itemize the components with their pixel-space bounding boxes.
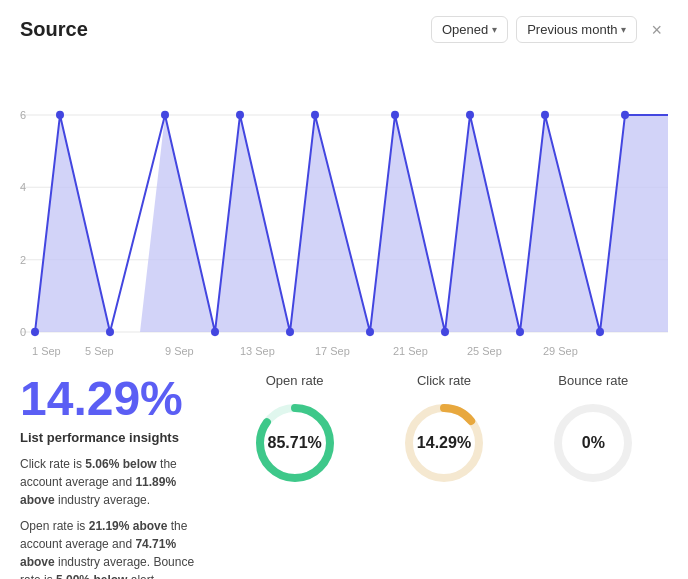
svg-text:0: 0 xyxy=(20,326,26,338)
svg-marker-8 xyxy=(35,115,110,332)
svg-point-28 xyxy=(516,328,524,336)
open-rate-title: Open rate xyxy=(266,373,324,388)
click-rate-block: Click rate 14.29% xyxy=(399,373,489,488)
svg-point-22 xyxy=(286,328,294,336)
bounce-rate-gauge: 0% xyxy=(548,398,638,488)
svg-point-24 xyxy=(366,328,374,336)
period-dropdown-chevron: ▾ xyxy=(621,24,626,35)
page-title: Source xyxy=(20,18,88,41)
svg-point-19 xyxy=(161,111,169,119)
header: Source Opened ▾ Previous month ▾ × xyxy=(20,16,668,43)
svg-marker-15 xyxy=(600,115,668,332)
bounce-rate-block: Bounce rate 0% xyxy=(548,373,638,488)
click-rate-value: 14.29% xyxy=(417,434,471,452)
svg-marker-13 xyxy=(445,115,520,332)
svg-point-27 xyxy=(466,111,474,119)
svg-point-20 xyxy=(211,328,219,336)
svg-marker-10 xyxy=(215,115,290,332)
period-dropdown[interactable]: Previous month ▾ xyxy=(516,16,637,43)
close-button[interactable]: × xyxy=(645,19,668,41)
opened-dropdown-chevron: ▾ xyxy=(492,24,497,35)
header-controls: Opened ▾ Previous month ▾ × xyxy=(431,16,668,43)
big-label: List performance insights xyxy=(20,430,200,445)
big-stat-block: 14.29% List performance insights Click r… xyxy=(20,373,220,579)
svg-text:5 Sep: 5 Sep xyxy=(85,345,114,357)
svg-text:4: 4 xyxy=(20,181,26,193)
svg-point-16 xyxy=(31,328,39,336)
svg-point-31 xyxy=(621,111,629,119)
svg-point-25 xyxy=(391,111,399,119)
svg-point-30 xyxy=(596,328,604,336)
insight-text-1: Click rate is 5.06% below the account av… xyxy=(20,455,200,509)
opened-dropdown[interactable]: Opened ▾ xyxy=(431,16,508,43)
stats-row: 14.29% List performance insights Click r… xyxy=(20,373,668,579)
svg-point-26 xyxy=(441,328,449,336)
svg-text:29 Sep: 29 Sep xyxy=(543,345,578,357)
svg-text:1 Sep: 1 Sep xyxy=(32,345,61,357)
svg-point-23 xyxy=(311,111,319,119)
gauge-stats: Open rate 85.71% Click rate xyxy=(220,373,668,488)
big-number: 14.29% xyxy=(20,373,200,426)
svg-text:2: 2 xyxy=(20,254,26,266)
chart-area: 0 2 4 6 xyxy=(20,53,668,363)
svg-point-21 xyxy=(236,111,244,119)
opened-dropdown-label: Opened xyxy=(442,22,488,37)
svg-text:13 Sep: 13 Sep xyxy=(240,345,275,357)
svg-text:9 Sep: 9 Sep xyxy=(165,345,194,357)
insight-text-2: Open rate is 21.19% above the account av… xyxy=(20,517,200,579)
svg-point-29 xyxy=(541,111,549,119)
period-dropdown-label: Previous month xyxy=(527,22,617,37)
svg-marker-9 xyxy=(110,115,215,332)
svg-text:17 Sep: 17 Sep xyxy=(315,345,350,357)
svg-text:21 Sep: 21 Sep xyxy=(393,345,428,357)
svg-point-17 xyxy=(56,111,64,119)
click-rate-gauge: 14.29% xyxy=(399,398,489,488)
line-chart: 0 2 4 6 xyxy=(20,53,668,363)
open-rate-gauge: 85.71% xyxy=(250,398,340,488)
svg-text:25 Sep: 25 Sep xyxy=(467,345,502,357)
modal-container: Source Opened ▾ Previous month ▾ × 0 2 4… xyxy=(0,0,688,579)
click-rate-title: Click rate xyxy=(417,373,471,388)
svg-text:6: 6 xyxy=(20,109,26,121)
bounce-rate-title: Bounce rate xyxy=(558,373,628,388)
bounce-rate-value: 0% xyxy=(582,434,605,452)
svg-point-18 xyxy=(106,328,114,336)
open-rate-block: Open rate 85.71% xyxy=(250,373,340,488)
open-rate-value: 85.71% xyxy=(268,434,322,452)
svg-marker-12 xyxy=(370,115,445,332)
